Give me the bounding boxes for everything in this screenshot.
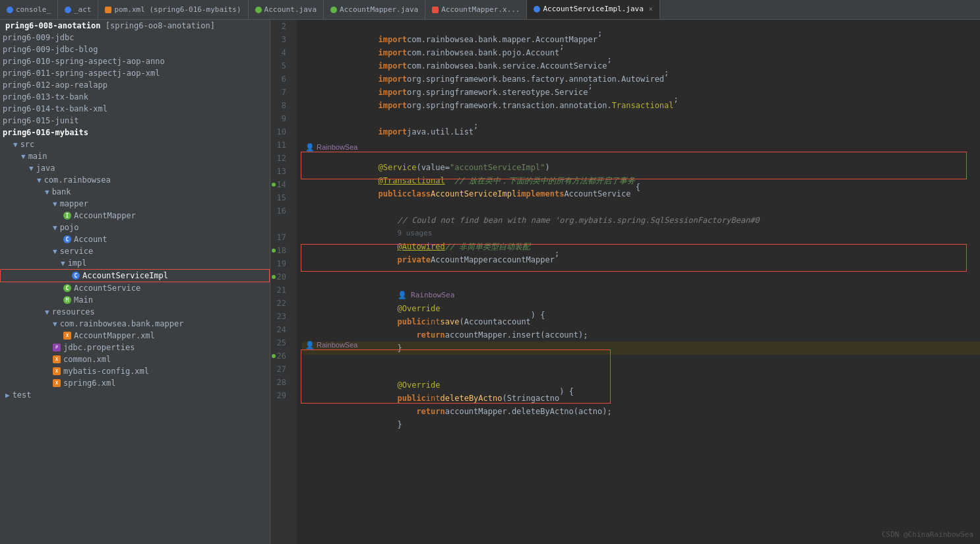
icon-common-xml: X <box>53 355 61 363</box>
line-num-17: 17 <box>270 231 291 244</box>
tab-label-console: console_ <box>16 5 51 14</box>
sidebar-item-impl-folder[interactable]: ▼ impl <box>0 257 270 269</box>
line-num-11: 11 <box>270 138 291 152</box>
kw-import-6: import <box>379 73 407 86</box>
comment-16: // Could not find bean with name 'org.my… <box>398 214 760 227</box>
kw-return-22: return <box>416 328 444 342</box>
import-pkg-8: org.springframework.transaction.annotati… <box>407 99 612 112</box>
kw-import-3: import <box>379 33 407 46</box>
line-num-16: 16 <box>270 204 291 218</box>
tab-accountmapper[interactable]: AccountMapper.java <box>324 0 425 19</box>
tab-accountmapper2[interactable]: AccountMapper.x... <box>425 0 527 19</box>
sidebar-item-resources[interactable]: ▼ resources <box>0 306 270 318</box>
sidebar-item-com-mapper-folder[interactable]: ▼ com.rainbowsea.bank.mapper <box>0 318 270 330</box>
sidebar-item-accountmapper-cls[interactable]: I AccountMapper <box>0 210 270 222</box>
sidebar-item-spring6-012[interactable]: pring6-012-aop-realapp <box>0 79 270 91</box>
paren-close: ) <box>545 161 549 174</box>
import-class-7: Service <box>555 86 588 99</box>
icon-main: M <box>63 296 71 304</box>
sidebar-label-spring6-009: pring6-009-jdbc <box>3 33 74 42</box>
sidebar-item-spring6-011[interactable]: pring6-011-spring-aspectj-aop-xml <box>0 67 270 79</box>
sidebar-label-bank: bank <box>52 187 71 196</box>
sidebar-item-service-folder[interactable]: ▼ service <box>0 245 270 257</box>
line-num-13: 13 <box>270 165 291 178</box>
sidebar-item-spring6-014[interactable]: pring6-014-tx-bank-xml <box>0 103 270 115</box>
annotation-transactional: @Transactional <box>379 174 445 187</box>
tab-label-pom: pom.xml (spring6-016-mybaits) <box>114 5 241 14</box>
line-num-4: 4 <box>270 46 291 59</box>
code-line-10: import java.util.List; <box>302 125 980 138</box>
annotation-autowired: @Autowired <box>398 240 445 253</box>
sidebar-item-src[interactable]: ▼ src <box>0 138 270 150</box>
kw-import-8: import <box>379 99 407 112</box>
folder-icon-resources: ▼ <box>45 308 49 317</box>
sidebar[interactable]: pring6-008-anotation [spring6-oo8-anotat… <box>0 20 270 544</box>
line-num-20: 20 <box>270 270 291 284</box>
paren-open: ( <box>416 161 421 174</box>
rainbow-sea-2: 👤 RainbowSea <box>398 289 455 302</box>
code-editor[interactable]: 2 3 4 5 6 7 8 9 10 11 12 13 14 15 16 . 1… <box>270 20 980 544</box>
sidebar-item-jdbc-props[interactable]: P jdbc.properties <box>0 342 270 353</box>
sidebar-item-accountservice-cls[interactable]: C AccountService <box>0 282 270 294</box>
param-actno: actno <box>536 392 559 405</box>
icon-accountmapper-xml: X <box>63 332 71 340</box>
tab-icon-account <box>255 7 262 13</box>
sidebar-item-mapper-folder[interactable]: ▼ mapper <box>0 198 270 210</box>
close-icon[interactable]: × <box>649 5 653 13</box>
equals: = <box>445 161 450 174</box>
tab-accountserviceimpl[interactable]: AccountServiceImpl.java × <box>527 0 659 19</box>
sidebar-item-spring6-xml[interactable]: X spring6.xml <box>0 377 270 389</box>
sidebar-label-main: main <box>28 152 47 161</box>
sidebar-item-bank[interactable]: ▼ bank <box>0 186 270 198</box>
code-area: 2 3 4 5 6 7 8 9 10 11 12 13 14 15 16 . 1… <box>270 20 980 544</box>
sidebar-item-spring6-010[interactable]: pring6-010-spring-aspectj-aop-anno <box>0 55 270 67</box>
sidebar-item-accountmapper-xml[interactable]: X AccountMapper.xml <box>0 330 270 342</box>
sidebar-item-pojo[interactable]: ▼ pojo <box>0 222 270 233</box>
param-type-string: String <box>507 392 536 405</box>
import-class-8: Transactional <box>612 99 674 112</box>
sidebar-item-mybatis-config[interactable]: X mybatis-config.xml <box>0 365 270 377</box>
line-num-18: 18 <box>270 244 291 257</box>
sidebar-item-accountserviceimpl-cls[interactable]: C AccountServiceImpl <box>0 269 270 282</box>
classname-accountserviceimpl: AccountServiceImpl <box>431 187 516 200</box>
annotation-service: @Service <box>379 161 417 174</box>
tab-act[interactable]: _act <box>58 0 99 19</box>
sidebar-item-spring6-015[interactable]: pring6-015-junit <box>0 115 270 127</box>
sidebar-item-spring6-009[interactable]: pring6-009-jdbc <box>0 32 270 44</box>
method-save: save <box>441 315 460 328</box>
sidebar-label-spring6-010: pring6-010-spring-aspectj-aop-anno <box>3 57 165 66</box>
tab-account[interactable]: Account.java <box>249 0 324 19</box>
sidebar-item-spring6-008[interactable]: pring6-008-anotation [spring6-oo8-anotat… <box>0 20 270 32</box>
line-numbers: 2 3 4 5 6 7 8 9 10 11 12 13 14 15 16 . 1… <box>270 20 297 544</box>
code-line-16: // Could not find bean with name 'org.my… <box>302 214 980 227</box>
sidebar-item-spring6-009-blog[interactable]: pring6-009-jdbc-blog <box>0 44 270 55</box>
line-num-14: 14 <box>270 178 291 191</box>
code-line-23: } <box>302 342 980 355</box>
sidebar-item-spring6-013[interactable]: pring6-013-tx-bank <box>0 91 270 103</box>
sidebar-item-account-cls[interactable]: C Account <box>0 233 270 245</box>
sidebar-item-spring6-016[interactable]: pring6-016-mybaits <box>0 127 270 138</box>
sidebar-label-accountservice-cls: AccountService <box>74 284 140 293</box>
code-line-8: import org.springframework.transaction.a… <box>302 99 980 112</box>
annotation-override-25: @Override <box>398 378 441 392</box>
sidebar-item-test[interactable]: ▶ test <box>0 389 270 401</box>
import-class-4: Account <box>526 46 560 59</box>
kw-implements: implements <box>516 187 564 200</box>
line-num-12: 12 <box>270 152 291 165</box>
folder-icon-test: ▶ <box>5 391 10 400</box>
tab-icon-console <box>7 7 13 13</box>
tab-label-act: _act <box>74 5 92 14</box>
sidebar-label-common-xml: common.xml <box>63 355 111 364</box>
sidebar-item-main[interactable]: ▼ main <box>0 150 270 162</box>
sidebar-label-impl: impl <box>68 258 87 268</box>
sidebar-item-com-rainbowsea[interactable]: ▼ com.rainbowsea <box>0 174 270 186</box>
comment-autowired: // 非简单类型自动装配 <box>445 240 531 253</box>
tab-pom[interactable]: pom.xml (spring6-016-mybaits) <box>98 0 248 19</box>
sidebar-item-java[interactable]: ▼ java <box>0 162 270 174</box>
sidebar-item-common-xml[interactable]: X common.xml <box>0 353 270 365</box>
sidebar-label-mybatis-config: mybatis-config.xml <box>63 367 149 376</box>
sidebar-item-main-cls[interactable]: M Main <box>0 294 270 306</box>
line-num-10: 10 <box>270 125 291 138</box>
tab-console[interactable]: console_ <box>0 0 58 19</box>
kw-int-26: int <box>426 392 441 405</box>
